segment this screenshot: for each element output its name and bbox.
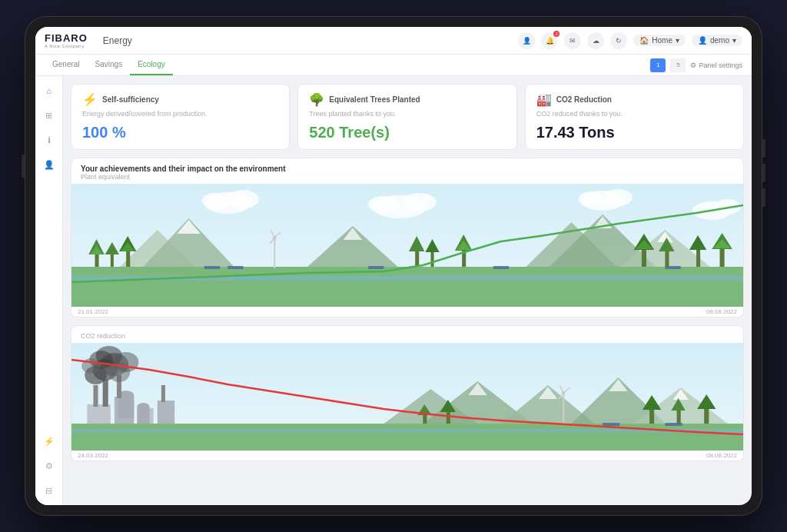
sidebar-layers-icon[interactable]: ⊞ [41, 107, 58, 124]
logo-sub: A Nice Company [45, 44, 88, 48]
svg-point-9 [579, 191, 604, 207]
message-icon[interactable]: ✉ [564, 32, 581, 49]
co2-chart-date-end: 08.08.2022 [706, 452, 737, 459]
sidebar-grid-icon[interactable]: ⊟ [41, 482, 58, 499]
svg-point-2 [227, 190, 259, 208]
svg-rect-52 [665, 250, 669, 267]
svg-rect-103 [665, 423, 682, 426]
trees-icon: 🌳 [309, 92, 324, 107]
svg-rect-96 [649, 407, 654, 424]
trees-subtitle: Trees planted thanks to you. [309, 110, 505, 118]
svg-rect-39 [368, 266, 384, 269]
svg-point-6 [368, 196, 400, 213]
header-title: Energy [103, 35, 518, 46]
co2-value: 17.43 Tons [536, 124, 732, 141]
person-icon[interactable]: 👤 [518, 32, 535, 49]
svg-point-5 [402, 193, 437, 211]
tab-savings[interactable]: Savings [88, 55, 131, 75]
co2-chart-container: CO2 reduction [71, 325, 744, 461]
sidebar-person-icon[interactable]: 👤 [41, 156, 58, 173]
sidebar: ⌂ ⊞ ℹ 👤 ⚡ ⚙ ⊟ [35, 76, 63, 505]
co2-subtitle: CO2 reduced thanks to you. [536, 110, 732, 118]
trees-value: 520 Tree(s) [309, 124, 505, 141]
svg-rect-44 [430, 251, 433, 267]
co2-chart-date-start: 24.03.2022 [78, 452, 108, 459]
svg-rect-40 [493, 266, 509, 269]
self-sufficiency-icon: ⚡ [82, 92, 98, 107]
svg-point-3 [202, 193, 231, 208]
svg-rect-54 [696, 248, 700, 267]
self-sufficiency-subtitle: Energy derived/covered from production. [82, 110, 278, 118]
logo: FIBARO A Nice Company [45, 32, 88, 48]
plant-chart-dates: 21.01.2022 08.08.2022 [71, 307, 743, 317]
sidebar-settings-icon[interactable]: ⚙ [41, 457, 58, 474]
content-area: ⚡ Self-sufficiency Energy derived/covere… [63, 76, 752, 505]
svg-rect-65 [118, 395, 134, 418]
view-btn-1[interactable]: 1 [650, 58, 666, 72]
user-button[interactable]: 👤 demo ▾ [692, 35, 742, 46]
self-sufficiency-title: Self-sufficiency [102, 95, 159, 104]
svg-rect-27 [111, 253, 114, 267]
trees-title: Equivalent Trees Planted [329, 95, 420, 104]
svg-rect-56 [720, 247, 725, 267]
home-button[interactable]: 🏠 Home ▾ [633, 35, 686, 46]
svg-rect-100 [704, 407, 709, 424]
nav-tabs: General Savings Ecology 1 5 ⚙ Panel sett… [35, 55, 752, 76]
svg-rect-80 [71, 424, 743, 451]
refresh-icon[interactable]: ↻ [610, 32, 627, 49]
svg-rect-68 [93, 385, 98, 407]
svg-rect-102 [603, 423, 619, 426]
svg-rect-98 [677, 409, 681, 424]
svg-rect-38 [227, 266, 243, 269]
stats-row: ⚡ Self-sufficiency Energy derived/covere… [71, 84, 744, 150]
stat-card-co2: 🏭 CO2 Reduction CO2 reduced thanks to yo… [525, 84, 744, 150]
view-btn-5[interactable]: 5 [670, 58, 686, 72]
plant-chart-container: Your achievements and their impact on th… [71, 158, 744, 318]
stat-card-trees: 🌳 Equivalent Trees Planted Trees planted… [297, 84, 516, 150]
svg-rect-71 [161, 385, 165, 402]
logo-text: FIBARO [45, 32, 88, 44]
co2-icon: 🏭 [536, 92, 552, 107]
tab-general[interactable]: General [45, 55, 88, 75]
cloud-icon[interactable]: ☁ [587, 32, 604, 49]
header-icons: 👤 🔔 2 ✉ ☁ ↻ 🏠 Home ▾ 👤 demo ▾ [518, 32, 742, 49]
tab-ecology[interactable]: Ecology [130, 55, 173, 75]
bell-icon[interactable]: 🔔 2 [541, 32, 558, 49]
co2-chart-subtitle: CO2 reduction [81, 332, 734, 340]
plant-chart-title: Your achievements and their impact on th… [81, 165, 734, 173]
plant-chart-body [71, 184, 743, 307]
plant-chart-subtitle: Plant equivalent [81, 173, 734, 181]
svg-point-8 [604, 189, 633, 206]
svg-rect-29 [126, 250, 130, 267]
sidebar-info-icon[interactable]: ℹ [41, 131, 58, 148]
plant-chart-date-end: 08.08.2022 [706, 308, 737, 315]
svg-point-79 [114, 352, 139, 372]
svg-rect-42 [415, 249, 419, 267]
svg-rect-67 [137, 407, 149, 426]
co2-chart-dates: 24.03.2022 08.08.2022 [71, 451, 743, 461]
svg-rect-37 [204, 266, 220, 269]
sidebar-flash-icon[interactable]: ⚡ [41, 433, 58, 450]
plant-chart-date-start: 21.01.2022 [78, 308, 108, 315]
svg-rect-22 [71, 267, 743, 307]
sidebar-home-icon[interactable]: ⌂ [41, 82, 58, 99]
header: FIBARO A Nice Company Energy 👤 🔔 2 ✉ ☁ ↻… [35, 27, 752, 55]
panel-settings-button[interactable]: ⚙ Panel settings [690, 62, 742, 69]
co2-title: CO2 Reduction [556, 95, 612, 104]
svg-rect-69 [103, 380, 108, 407]
self-sufficiency-value: 100 % [82, 124, 278, 141]
co2-chart-body [71, 343, 743, 451]
svg-rect-49 [642, 248, 646, 267]
stat-card-self-sufficiency: ⚡ Self-sufficiency Energy derived/covere… [71, 84, 290, 150]
